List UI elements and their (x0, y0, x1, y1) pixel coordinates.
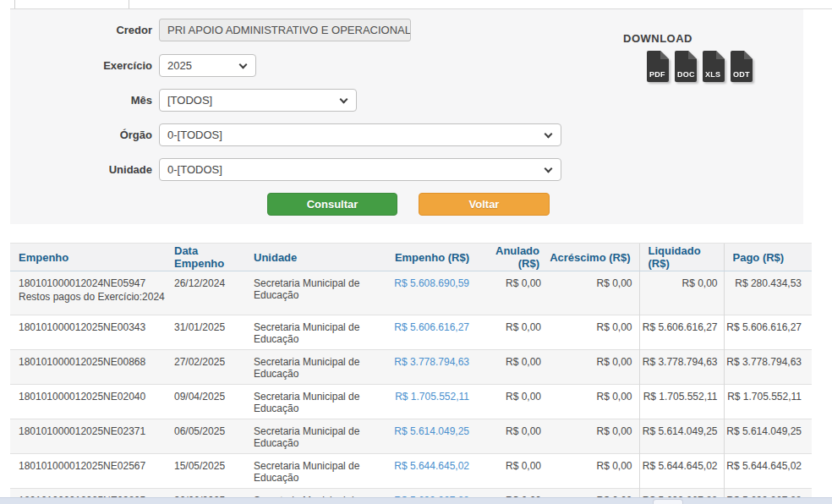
cell-anulado: R$ 0,00 (478, 315, 548, 350)
chevron-down-icon (239, 61, 248, 69)
cell-data: 15/05/2025 (166, 454, 245, 489)
table-header-row: Empenho Data Empenho Unidade Empenho (R$… (10, 244, 812, 271)
cell-pago: R$ 1.705.552,11 (724, 385, 812, 419)
table-row: 180101000012025NE0256715/05/2025Secretar… (10, 454, 812, 489)
cell-acrescimo: R$ 0,00 (548, 271, 639, 315)
mes-select[interactable]: [TODOS] (159, 89, 357, 112)
orgao-select[interactable]: 0-[TODOS] (159, 123, 561, 146)
unidade-select[interactable]: 0-[TODOS] (159, 158, 561, 181)
orgao-value: 0-[TODOS] (167, 129, 222, 141)
file-format-label: DOC (677, 70, 695, 79)
empenho-number: 180101000012024NE05947 (19, 277, 166, 289)
cell-acrescimo: R$ 0,00 (548, 315, 639, 350)
folded-corner-icon (688, 51, 697, 59)
cell-pago: R$ 5.644.645,02 (724, 454, 812, 489)
folded-corner-icon (744, 51, 753, 59)
col-empenho[interactable]: Empenho (10, 244, 166, 271)
table-body: 180101000012024NE05947Restos pagos do Ex… (10, 271, 812, 504)
col-liquidado[interactable]: Liquidado (R$) (639, 244, 724, 271)
empenho-note: Restos pagos do Exercício:2024 (19, 291, 166, 303)
tab-divider-left (14, 0, 15, 8)
cell-empenho: 180101000012025NE02040 (10, 385, 166, 419)
col-pago[interactable]: Pago (R$) (724, 244, 812, 271)
table-row: 180101000012025NE0086827/02/2025Secretar… (10, 350, 812, 385)
file-format-label: PDF (649, 70, 665, 79)
cell-liquidado: R$ 5.644.645,02 (639, 454, 724, 489)
exercicio-value: 2025 (167, 59, 192, 72)
chevron-down-icon (545, 165, 553, 173)
cell-empenho-rs: R$ 5.608.690,59 (391, 271, 478, 315)
empenho-value-link[interactable]: R$ 5.608.690,59 (394, 277, 469, 289)
col-unidade[interactable]: Unidade (245, 244, 391, 271)
cell-empenho: 180101000012025NE02371 (10, 419, 166, 454)
cell-liquidado: R$ 0,00 (639, 271, 724, 315)
empenho-value-link[interactable]: R$ 3.778.794,63 (394, 356, 469, 368)
download-title: DOWNLOAD (623, 32, 692, 45)
consultar-button[interactable]: Consultar (267, 193, 397, 216)
cell-liquidado: R$ 3.778.794,63 (639, 350, 724, 385)
empenho-value-link[interactable]: R$ 1.705.552,11 (395, 391, 469, 403)
cell-empenho: 180101000012025NE00868 (10, 350, 166, 385)
cell-data: 06/05/2025 (166, 419, 245, 454)
folded-corner-icon (660, 51, 669, 59)
col-anulado[interactable]: Anulado (R$) (478, 244, 548, 271)
col-empenho-rs[interactable]: Empenho (R$) (391, 244, 478, 271)
unidade-label: Unidade (17, 163, 152, 176)
cell-liquidado: R$ 1.705.552,11 (639, 385, 724, 419)
chevron-down-icon (340, 96, 348, 104)
cell-liquidado: R$ 5.606.616,27 (639, 315, 724, 350)
voltar-button[interactable]: Voltar (419, 193, 550, 216)
cell-anulado: R$ 0,00 (478, 454, 548, 489)
document-icon: DOC (675, 51, 697, 82)
document-icon: ODT (731, 51, 753, 82)
cell-data: 31/01/2025 (166, 315, 245, 350)
doc-file-icon[interactable]: DOC (675, 51, 697, 82)
cell-data: 09/04/2025 (166, 385, 245, 419)
cell-empenho: 180101000012024NE05947Restos pagos do Ex… (10, 271, 166, 315)
cell-data: 26/12/2024 (166, 271, 245, 315)
cell-liquidado: R$ 5.614.049,25 (639, 419, 724, 454)
scrollbar-thumb[interactable] (653, 499, 683, 504)
col-acrescimo[interactable]: Acréscimo (R$) (548, 244, 639, 271)
file-format-label: ODT (733, 70, 750, 79)
xls-file-icon[interactable]: XLS (703, 51, 725, 82)
cell-unidade: Secretaria Municipal de Educação (245, 350, 391, 385)
pdf-file-icon[interactable]: PDF (647, 51, 669, 82)
exercicio-select[interactable]: 2025 (159, 54, 256, 77)
mes-label: Mês (17, 94, 152, 107)
empenho-value-link[interactable]: R$ 5.606.616,27 (394, 321, 469, 333)
cell-anulado: R$ 0,00 (478, 271, 548, 315)
empenho-value-link[interactable]: R$ 5.614.049,25 (394, 425, 469, 437)
file-format-label: XLS (705, 70, 720, 79)
table-row: 180101000012025NE0237106/05/2025Secretar… (10, 419, 812, 454)
cell-acrescimo: R$ 0,00 (548, 454, 639, 489)
horizontal-scrollbar[interactable] (0, 497, 832, 504)
cell-acrescimo: R$ 0,00 (548, 419, 639, 454)
cell-empenho-rs: R$ 5.614.049,25 (391, 419, 478, 454)
document-icon: XLS (703, 51, 725, 82)
table-row: 180101000012025NE0034331/01/2025Secretar… (10, 315, 812, 350)
cell-empenho-rs: R$ 5.644.645,02 (391, 454, 478, 489)
cell-acrescimo: R$ 0,00 (548, 350, 639, 385)
chevron-down-icon (545, 130, 553, 139)
cell-unidade: Secretaria Municipal de Educação (245, 419, 391, 454)
cell-empenho-rs: R$ 1.705.552,11 (391, 385, 478, 419)
cell-pago: R$ 3.778.794,63 (724, 350, 812, 385)
document-icon: PDF (647, 51, 669, 82)
cell-anulado: R$ 0,00 (478, 385, 548, 419)
credor-label: Credor (17, 24, 152, 36)
cell-data: 27/02/2025 (166, 350, 245, 385)
cell-empenho: 180101000012025NE02567 (10, 454, 166, 489)
cell-anulado: R$ 0,00 (478, 419, 548, 454)
empenho-value-link[interactable]: R$ 5.644.645,02 (394, 460, 469, 472)
filter-panel: Credor PRI APOIO ADMINISTRATIVO E OPERAC… (10, 9, 803, 224)
exercicio-label: Exercício (17, 59, 152, 72)
credor-field[interactable]: PRI APOIO ADMINISTRATIVO E OPERACIONAL L… (159, 19, 411, 41)
cell-pago: R$ 280.434,53 (724, 271, 812, 315)
cell-empenho: 180101000012025NE00343 (10, 315, 166, 350)
orgao-label: Órgão (17, 129, 152, 141)
folded-corner-icon (716, 51, 725, 59)
col-data-empenho[interactable]: Data Empenho (166, 244, 245, 271)
odt-file-icon[interactable]: ODT (731, 51, 753, 82)
cell-unidade: Secretaria Municipal de Educação (245, 271, 391, 315)
